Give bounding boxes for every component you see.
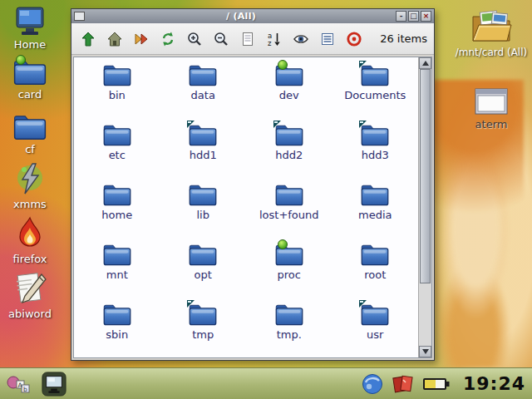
folder-icon xyxy=(360,243,390,267)
file-label: dev xyxy=(279,89,299,101)
minimize-button[interactable]: - xyxy=(396,11,406,22)
text-view-button[interactable] xyxy=(238,29,258,49)
file-item[interactable]: etc xyxy=(74,123,160,175)
package-icon[interactable] xyxy=(392,372,415,396)
svg-text:z: z xyxy=(268,39,272,47)
up-triangle-icon xyxy=(422,61,429,66)
file-item[interactable]: bin xyxy=(74,63,160,116)
battery-icon[interactable] xyxy=(422,375,451,393)
desktop-icon-label: aterm xyxy=(475,118,508,131)
titlebar[interactable]: / (All) - □ × xyxy=(71,9,434,23)
network-icon[interactable] xyxy=(361,372,384,396)
folder-icon xyxy=(102,183,132,207)
folder-icon xyxy=(360,183,390,207)
desktop-icon-home[interactable]: Home xyxy=(3,5,57,51)
refresh-icon xyxy=(160,31,176,47)
file-item[interactable]: opt xyxy=(160,243,247,295)
folder-icon xyxy=(274,243,304,267)
desktop-icon-label: /mnt/card (All) xyxy=(456,47,527,58)
file-label: lib xyxy=(197,209,209,221)
down-triangle-icon xyxy=(422,349,429,354)
scrollbar-track[interactable] xyxy=(419,69,431,346)
help-button[interactable] xyxy=(344,29,364,49)
file-label: media xyxy=(358,209,392,221)
scrollbar-thumb[interactable] xyxy=(420,69,431,283)
file-item[interactable]: hdd2 xyxy=(246,123,332,175)
file-item[interactable]: hdd3 xyxy=(332,123,419,175)
file-item[interactable]: mnt xyxy=(74,243,160,295)
symlink-badge xyxy=(187,121,195,128)
file-item[interactable]: usr xyxy=(332,303,419,355)
folder-icon xyxy=(102,63,132,87)
window-title: / (All) xyxy=(88,11,394,22)
file-label: bin xyxy=(109,89,126,101)
home-button[interactable] xyxy=(105,29,125,49)
file-label: hdd2 xyxy=(275,149,303,161)
folder-icon xyxy=(12,58,47,86)
scroll-up-button[interactable] xyxy=(419,57,431,69)
svg-text:b: b xyxy=(23,385,27,392)
show-hidden-button[interactable] xyxy=(291,29,311,49)
desktop-icon-label: Home xyxy=(14,38,46,51)
file-label: home xyxy=(101,209,132,221)
file-item[interactable]: lib xyxy=(160,183,247,235)
maximize-button[interactable]: □ xyxy=(408,11,419,22)
file-label: root xyxy=(364,268,386,281)
close-button[interactable]: × xyxy=(421,11,431,22)
file-label: opt xyxy=(195,268,212,281)
sort-az-icon: a z xyxy=(266,31,283,47)
refresh-button[interactable] xyxy=(158,29,178,49)
file-item[interactable]: sbin xyxy=(74,303,160,355)
folder-icon xyxy=(274,303,304,327)
folder-icon xyxy=(274,183,304,207)
file-item[interactable]: dev xyxy=(246,63,332,116)
file-item[interactable]: proc xyxy=(246,243,332,295)
vertical-scrollbar[interactable] xyxy=(418,57,431,357)
desktop-icon-mnt-card[interactable]: /mnt/card (All) xyxy=(454,7,529,58)
desktop-icon-aterm[interactable]: aterm xyxy=(462,86,520,131)
rox-ring-icon xyxy=(346,31,362,47)
file-item[interactable]: Documents xyxy=(332,63,419,116)
file-item[interactable]: data xyxy=(160,63,247,116)
file-label: tmp. xyxy=(277,328,302,341)
display-icon[interactable] xyxy=(42,372,66,397)
desktop-icon-abiword[interactable]: abiword xyxy=(3,271,57,320)
details-list-icon xyxy=(319,31,336,47)
file-label: hdd1 xyxy=(190,149,217,161)
file-item[interactable]: media xyxy=(332,183,419,235)
symlink-badge xyxy=(273,121,281,128)
folder-icon xyxy=(274,63,304,87)
folder-icon xyxy=(188,183,218,207)
file-label: data xyxy=(191,89,215,101)
desktop-icon-label: xmms xyxy=(13,198,47,210)
zoom-in-button[interactable] xyxy=(185,29,204,49)
folder-icon xyxy=(12,113,47,141)
up-button[interactable] xyxy=(78,29,98,49)
window-menu-icon[interactable] xyxy=(74,12,85,21)
zoom-out-button[interactable] xyxy=(211,29,231,49)
file-item[interactable]: root xyxy=(332,243,419,295)
taskbar-tray: 19:24 xyxy=(361,372,525,396)
sort-button[interactable]: a z xyxy=(264,29,284,49)
folder-icon xyxy=(102,123,132,147)
folder-icon xyxy=(360,303,390,327)
file-item[interactable]: hdd1 xyxy=(160,123,247,175)
file-item[interactable]: tmp xyxy=(160,303,247,355)
mount-dot xyxy=(278,239,288,249)
file-item[interactable]: home xyxy=(74,183,160,235)
input-method-icon[interactable]: A b xyxy=(7,372,32,396)
desktop-icon-cf[interactable]: cf xyxy=(3,113,57,155)
desktop-icon-firefox[interactable]: firefox xyxy=(3,216,57,265)
zoom-in-icon xyxy=(186,31,203,47)
file-item[interactable]: lost+found xyxy=(246,183,332,235)
scroll-down-button[interactable] xyxy=(419,346,431,357)
desktop-icon-xmms[interactable]: xmms xyxy=(3,161,57,210)
desktop-icon-card[interactable]: card xyxy=(3,58,57,101)
symlink-badge xyxy=(359,121,367,128)
folder-icon xyxy=(102,303,132,327)
bookmarks-button[interactable] xyxy=(131,29,151,49)
folder-icon xyxy=(188,243,218,267)
file-item[interactable]: tmp. xyxy=(246,303,332,355)
details-button[interactable] xyxy=(318,29,337,49)
folder-icon xyxy=(274,123,304,147)
